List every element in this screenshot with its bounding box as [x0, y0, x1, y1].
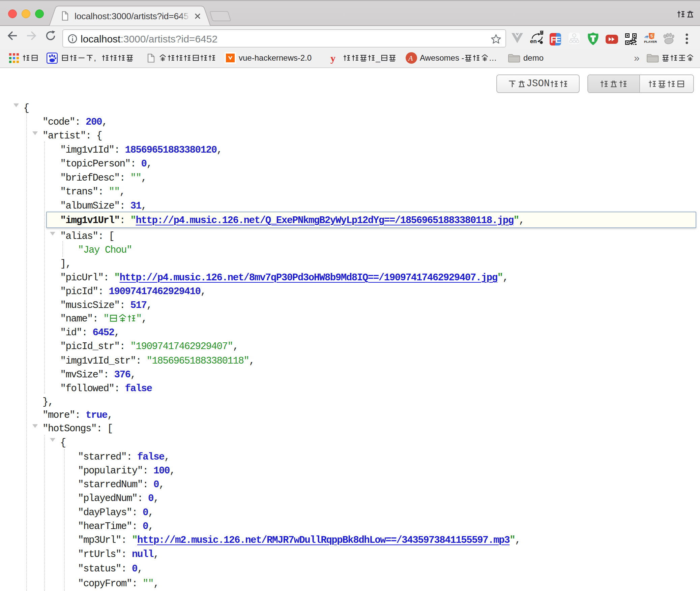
- svg-text:A: A: [408, 54, 413, 62]
- svg-text:5: 5: [650, 33, 653, 38]
- svg-text:PLAYER: PLAYER: [644, 40, 657, 43]
- svg-text:E: E: [555, 35, 561, 45]
- svg-text:y: y: [330, 53, 336, 64]
- svg-text:en: en: [530, 38, 537, 44]
